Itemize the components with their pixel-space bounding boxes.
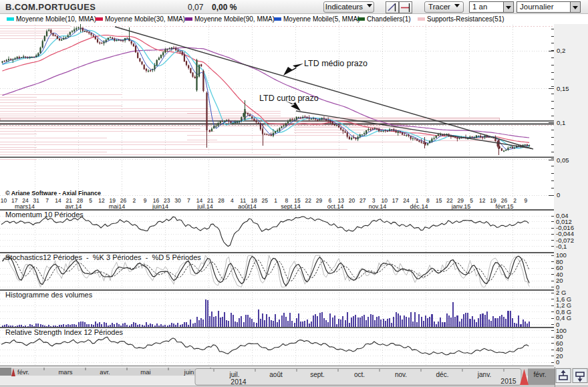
- svg-text:14: 14: [55, 197, 61, 204]
- svg-text:août14: août14: [238, 203, 257, 210]
- svg-text:9: 9: [525, 197, 528, 204]
- svg-text:© Ariane Software - Axial Fina: © Ariane Software - Axial Finance: [5, 190, 101, 197]
- svg-text:sept.14: sept.14: [281, 203, 301, 210]
- svg-text:août: août: [269, 371, 283, 378]
- svg-text:15: 15: [436, 197, 442, 204]
- svg-text:0,2: 0,2: [557, 47, 565, 54]
- svg-text:nov.: nov.: [395, 371, 407, 378]
- svg-text:mars: mars: [58, 368, 72, 376]
- svg-text:2: 2: [513, 197, 517, 204]
- svg-text:0,05: 0,05: [557, 156, 569, 164]
- svg-text:2: 2: [133, 197, 136, 204]
- svg-text:7: 7: [187, 197, 190, 204]
- svg-text:0,15: 0,15: [557, 85, 569, 92]
- svg-text:0: 0: [556, 358, 559, 366]
- svg-text:oct.14: oct.14: [327, 203, 344, 210]
- svg-text:mars14: mars14: [15, 203, 35, 210]
- svg-text:20: 20: [349, 197, 355, 204]
- svg-text:0: 0: [557, 191, 560, 199]
- svg-text:22: 22: [305, 197, 312, 204]
- svg-text:Histogramme des volumes: Histogramme des volumes: [5, 291, 93, 299]
- svg-text:0,1: 0,1: [557, 119, 565, 126]
- svg-text:7: 7: [45, 197, 49, 204]
- svg-text:janv.15: janv.15: [451, 203, 470, 210]
- svg-text:12: 12: [98, 197, 105, 204]
- svg-text:sept.: sept.: [310, 371, 325, 378]
- svg-text:Stochastics12 Périodes - %K: Stochastics12 Périodes - %K 3 Périodes -…: [5, 253, 201, 261]
- svg-text:mai14: mai14: [109, 203, 126, 210]
- svg-text:30: 30: [174, 197, 181, 204]
- svg-text:oct.: oct.: [354, 371, 365, 378]
- svg-text:avr.: avr.: [100, 368, 110, 376]
- svg-text:24: 24: [403, 197, 410, 204]
- svg-text:4: 4: [231, 197, 234, 204]
- svg-text:17: 17: [392, 197, 399, 204]
- svg-text:5: 5: [89, 197, 92, 204]
- svg-text:2014: 2014: [231, 378, 247, 386]
- svg-text:28: 28: [218, 197, 225, 204]
- svg-text:juin: juin: [184, 368, 194, 376]
- svg-text:Relative Strength Index 12 Pér: Relative Strength Index 12 Périodes: [5, 328, 124, 336]
- svg-text:10: 10: [1, 197, 7, 204]
- svg-text:juil.14: juil.14: [196, 203, 213, 210]
- svg-text:déc.14: déc.14: [410, 203, 428, 210]
- svg-text:-0,1: -0,1: [556, 243, 567, 250]
- svg-text:12: 12: [479, 197, 486, 204]
- svg-text:avr.14: avr.14: [65, 203, 82, 210]
- svg-text:LTD médio prazo: LTD médio prazo: [304, 59, 368, 68]
- svg-text:janv.: janv.: [477, 371, 491, 378]
- svg-text:févr.15: févr.15: [495, 203, 513, 210]
- svg-text:Momentum 10 Périodes: Momentum 10 Périodes: [5, 211, 84, 219]
- svg-text:9: 9: [144, 197, 147, 204]
- svg-text:mai: mai: [140, 368, 150, 376]
- svg-text:2015: 2015: [500, 377, 517, 385]
- svg-text:27: 27: [359, 197, 366, 204]
- svg-text:févr.: févr.: [17, 368, 29, 376]
- svg-text:déc.: déc.: [436, 371, 449, 378]
- svg-text:1: 1: [274, 197, 277, 204]
- svg-text:juin14: juin14: [152, 203, 168, 210]
- svg-text:LTD curto prazo: LTD curto prazo: [259, 94, 319, 103]
- svg-text:25: 25: [261, 197, 268, 204]
- svg-text:nov.14: nov.14: [369, 203, 386, 210]
- svg-text:29: 29: [316, 197, 323, 204]
- svg-text:févr.: févr.: [534, 371, 547, 378]
